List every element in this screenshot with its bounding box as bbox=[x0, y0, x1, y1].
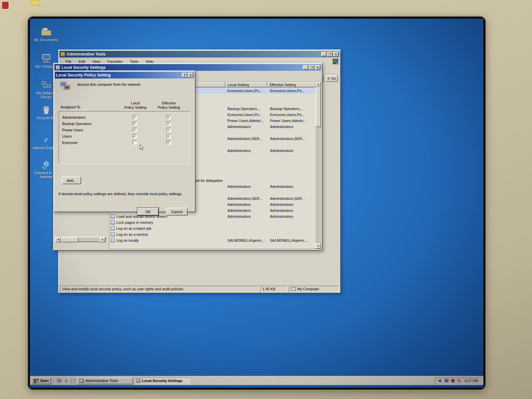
dialog-title: Local Security Policy Setting bbox=[56, 73, 111, 77]
internet-explorer-quicklaunch-icon[interactable]: e bbox=[63, 378, 69, 384]
lss-titlebar[interactable]: Local Security Settings _ ❐ × bbox=[55, 64, 321, 71]
show-desktop-icon[interactable] bbox=[56, 378, 62, 384]
assignment-row-users: Users ✓ ✓ bbox=[59, 133, 190, 140]
policy-row[interactable]: Lock pages in memory bbox=[109, 219, 316, 225]
internet-explorer-icon: e bbox=[41, 134, 52, 145]
tray-display-icon[interactable] bbox=[444, 378, 449, 383]
admin-tools-task-icon bbox=[79, 379, 84, 383]
desktop: My Documents My Computer My Network Plac… bbox=[30, 19, 483, 388]
checkbox-local-power-users[interactable]: ✓ bbox=[133, 128, 137, 132]
mail-quicklaunch-icon[interactable] bbox=[70, 378, 76, 384]
local-security-task-icon bbox=[136, 379, 140, 383]
status-text: View and modify local security policy, s… bbox=[60, 286, 259, 292]
recycle-bin-icon bbox=[41, 104, 52, 115]
add-button[interactable]: Add... bbox=[62, 177, 81, 184]
col-effective-line1: Effective bbox=[149, 101, 189, 105]
lss-window-title: Local Security Settings bbox=[62, 65, 106, 70]
checkbox-effective-power-users[interactable]: ✓ bbox=[167, 128, 171, 132]
cancel-button[interactable]: Cancel bbox=[166, 208, 188, 215]
dialog-local-security-policy-setting: Local Security Policy Setting ? × Access… bbox=[54, 70, 196, 212]
group-label: Everyone bbox=[62, 141, 77, 145]
policy-item-icon bbox=[111, 226, 115, 230]
close-button[interactable]: × bbox=[333, 52, 338, 57]
start-button[interactable]: Start bbox=[31, 377, 51, 384]
dialog-titlebar[interactable]: Local Security Policy Setting ? × bbox=[55, 72, 194, 78]
minimize-button[interactable]: _ bbox=[321, 52, 327, 57]
admin-status-bar: View and modify local security policy, s… bbox=[60, 286, 339, 292]
wall-sticker-yellow bbox=[31, 0, 39, 5]
my-documents-icon bbox=[41, 26, 52, 37]
tray-volume-icon[interactable] bbox=[438, 378, 443, 383]
checkbox-effective-users[interactable]: ✓ bbox=[167, 134, 171, 138]
taskbar-button-local-security-settings[interactable]: Local Security Settings bbox=[134, 377, 190, 384]
effective-policy-column-header: Effective Policy Setting bbox=[149, 101, 189, 110]
policy-icon bbox=[60, 81, 71, 91]
policy-item-icon bbox=[111, 214, 115, 218]
checkbox-local-everyone[interactable] bbox=[133, 140, 137, 145]
assignment-row-everyone: Everyone ✓ bbox=[59, 140, 190, 146]
minimize-button[interactable]: _ bbox=[303, 65, 308, 70]
scrollbar-thumb[interactable] bbox=[316, 87, 321, 127]
policy-row[interactable]: Log on locally SALMONELLA\germ,... SALMO… bbox=[109, 237, 316, 243]
list-vertical-scrollbar[interactable]: ▲ ▼ bbox=[316, 82, 321, 249]
assignment-row-administrators: Administrators ✓ ✓ bbox=[59, 114, 190, 121]
tree-horizontal-scrollbar[interactable]: ◄ ► bbox=[55, 237, 106, 242]
my-computer-zone-icon bbox=[291, 287, 296, 291]
admin-titlebar[interactable]: Administrative Tools _ ❐ × bbox=[60, 51, 339, 58]
windows-logo-icon bbox=[34, 378, 39, 383]
start-label: Start bbox=[40, 379, 49, 383]
ok-button[interactable]: OK bbox=[137, 208, 159, 215]
admin-window-title: Administrative Tools bbox=[66, 52, 106, 57]
checkbox-effective-everyone[interactable]: ✓ bbox=[167, 140, 171, 145]
system-tray: 3:27 PM bbox=[435, 377, 482, 384]
group-label: Backup Operators bbox=[62, 122, 92, 126]
column-header-effective-setting[interactable]: Effective Setting bbox=[267, 82, 316, 87]
tray-antivirus-icon[interactable] bbox=[451, 378, 455, 383]
status-zone: My Computer bbox=[289, 286, 339, 292]
scrollbar-thumb[interactable] bbox=[61, 237, 78, 242]
scroll-right-arrow[interactable]: ► bbox=[100, 237, 105, 242]
col-effective-line2: Policy Setting bbox=[149, 105, 189, 110]
group-label: Administrators bbox=[62, 115, 85, 119]
my-computer-icon bbox=[41, 53, 52, 64]
assignment-row-backup-operators: Backup Operators ✓ ✓ bbox=[59, 121, 190, 127]
task-label: Local Security Settings bbox=[142, 379, 183, 383]
assignment-row-power-users: Power Users ✓ ✓ bbox=[59, 127, 190, 133]
scroll-up-arrow[interactable]: ▲ bbox=[316, 82, 321, 87]
policy-row[interactable]: Log on as a batch job bbox=[109, 225, 316, 231]
taskbar-clock[interactable]: 3:27 PM bbox=[463, 379, 479, 383]
checkbox-effective-backup-operators[interactable]: ✓ bbox=[167, 121, 171, 126]
checkbox-local-backup-operators[interactable]: ✓ bbox=[133, 121, 137, 126]
wall-sticker-red bbox=[1, 1, 9, 10]
column-header-local-setting[interactable]: Local Setting bbox=[225, 82, 267, 87]
quick-launch-separator bbox=[53, 378, 54, 384]
desktop-icon-my-documents[interactable]: My Documents bbox=[32, 26, 61, 42]
connect-internet-icon bbox=[41, 159, 52, 170]
assigned-to-list: Administrators ✓ ✓ Backup Operators ✓ ✓ … bbox=[59, 111, 190, 164]
checkbox-local-users[interactable]: ✓ bbox=[133, 134, 137, 138]
taskbar-button-administrative-tools[interactable]: Administrative Tools bbox=[77, 377, 133, 384]
policy-row[interactable]: Log on as a service bbox=[109, 231, 316, 237]
maximize-button[interactable]: ❐ bbox=[327, 52, 332, 57]
status-size: 1.49 KB bbox=[260, 286, 288, 292]
go-label: Go bbox=[331, 76, 336, 80]
taskbar: Start e Administrative Tools Local Secur… bbox=[30, 376, 483, 385]
close-button[interactable]: × bbox=[188, 73, 193, 77]
admin-tools-window-icon bbox=[61, 52, 65, 57]
assigned-to-header: Assigned To bbox=[61, 105, 80, 109]
policy-item-icon bbox=[111, 220, 115, 224]
go-button[interactable]: Go bbox=[325, 75, 338, 82]
task-label: Administrative Tools bbox=[85, 379, 118, 383]
close-button[interactable]: × bbox=[315, 65, 320, 70]
status-zone-label: My Computer bbox=[297, 287, 319, 291]
help-button[interactable]: ? bbox=[182, 73, 187, 77]
scroll-left-arrow[interactable]: ◄ bbox=[55, 237, 61, 242]
checkbox-local-administrators[interactable]: ✓ bbox=[133, 115, 137, 119]
monitor-screen: My Documents My Computer My Network Plac… bbox=[28, 17, 485, 390]
ie-throbber-logo bbox=[333, 59, 338, 64]
maximize-button[interactable]: ❐ bbox=[309, 65, 314, 70]
scroll-down-arrow[interactable]: ▼ bbox=[316, 243, 321, 249]
policy-item-icon bbox=[111, 238, 115, 242]
checkbox-effective-administrators[interactable]: ✓ bbox=[167, 115, 171, 119]
tray-network-icon[interactable] bbox=[457, 378, 462, 383]
